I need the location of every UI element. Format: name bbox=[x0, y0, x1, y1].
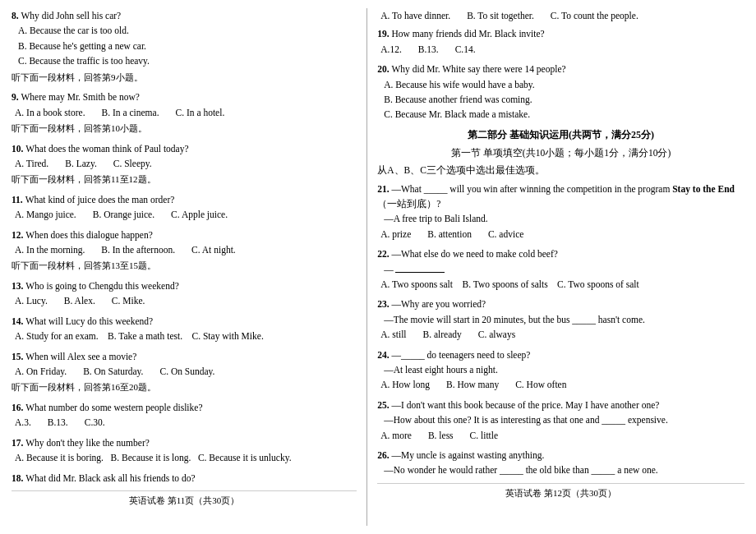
q24-text: 24. —_____ do teenagers need to sleep? bbox=[377, 348, 744, 362]
q15-text: When will Alex see a movie? bbox=[25, 352, 136, 361]
question-16: 16. What number do some western people d… bbox=[12, 400, 357, 430]
q8-options: A. Because the car is too old. B. Becaus… bbox=[18, 23, 357, 68]
q25-optC: C. little bbox=[470, 428, 499, 443]
question-9: 9. Where may Mr. Smith be now? A. In a b… bbox=[12, 90, 357, 136]
q14-optA: A. Study for an exam. bbox=[15, 331, 105, 341]
q22-optC: C. Two spoons of salt bbox=[557, 279, 639, 289]
q24-optA: A. How long bbox=[380, 377, 430, 392]
q14-text: What will Lucy do this weekend? bbox=[25, 316, 153, 326]
q16-text: What number do some western people disli… bbox=[25, 403, 202, 412]
q16-num: 16. bbox=[12, 403, 25, 412]
q9-options: A. In a book store. B. In a cinema. C. I… bbox=[15, 105, 357, 120]
q20-num: 20. bbox=[377, 64, 391, 74]
q23-sub: —The movie will start in 20 minutes, but… bbox=[384, 312, 744, 327]
question-8: 8. Why did John sell his car? A. Because… bbox=[12, 8, 357, 85]
q10-listen: 听下面一段材料，回答第11至12题。 bbox=[12, 173, 357, 187]
q16-optB: B.13. bbox=[48, 415, 68, 430]
q21-text: 21. —What _____ will you win after winni… bbox=[377, 182, 744, 212]
q21-optA: A. prize bbox=[380, 227, 411, 242]
q16-optC: C.30. bbox=[85, 415, 105, 430]
q26-text: 26. —My uncle is against wasting anythin… bbox=[377, 448, 744, 463]
q9-optB: B. In a cinema. bbox=[102, 105, 159, 120]
right-column: A. To have dinner. B. To sit together. C… bbox=[367, 8, 744, 526]
q9-optA: A. In a book store. bbox=[15, 105, 85, 120]
question-26: 26. —My uncle is against wasting anythin… bbox=[377, 448, 744, 478]
question-18: 18. What did Mr. Black ask all his frien… bbox=[12, 471, 357, 486]
q16-optA: A.3. bbox=[15, 415, 31, 430]
q20-optA: A. Because his wife would have a baby. bbox=[384, 77, 744, 92]
q24-optB: B. How many bbox=[446, 377, 499, 392]
q18-optB: B. To sit together. bbox=[467, 8, 534, 23]
q18-optA: A. To have dinner. bbox=[380, 8, 450, 23]
question-20: 20. Why did Mr. White say there were 14 … bbox=[377, 62, 744, 122]
q11-optC: C. Apple juice. bbox=[171, 207, 228, 222]
q15-optA: A. On Friday. bbox=[15, 364, 67, 379]
q22-optA: A. Two spoons salt bbox=[380, 279, 459, 289]
q12-optC: C. At night. bbox=[191, 242, 236, 257]
q10-text: What does the woman think of Paul today? bbox=[25, 144, 188, 154]
q18-text: What did Mr. Black ask all his friends t… bbox=[25, 473, 195, 483]
q13-optB: B. Alex. bbox=[64, 293, 95, 308]
q9-text: Where may Mr. Smith be now? bbox=[21, 92, 140, 102]
q13-optA: A. Lucy. bbox=[15, 293, 48, 308]
question-19: 19. How many friends did Mr. Black invit… bbox=[377, 26, 744, 57]
q18-options-continued: A. To have dinner. B. To sit together. C… bbox=[377, 8, 744, 23]
q9-listen: 听下面一段材料，回答第10小题。 bbox=[12, 122, 357, 136]
q26-sub: —No wonder he would rather _____ the old… bbox=[384, 463, 744, 477]
q8-optB: B. Because he's getting a new car. bbox=[18, 39, 357, 53]
q10-optC: C. Sleepy. bbox=[113, 156, 152, 171]
q24-optC: C. How often bbox=[515, 377, 566, 392]
q18-num: 18. bbox=[12, 473, 25, 483]
q17-optA: A. Because it is boring. bbox=[15, 453, 108, 463]
q21-optC: C. advice bbox=[488, 227, 523, 242]
q14-optB: B. Take a math test. bbox=[108, 331, 190, 341]
q9-optC: C. In a hotel. bbox=[176, 105, 225, 120]
q10-num: 10. bbox=[12, 144, 25, 154]
q12-text: When does this dialogue happen? bbox=[25, 230, 153, 240]
q12-listen: 听下面一段材料，回答第13至15题。 bbox=[12, 259, 357, 274]
q15-optB: B. On Saturday. bbox=[83, 364, 143, 379]
q23-optB: B. already bbox=[423, 327, 462, 342]
q11-optA: A. Mango juice. bbox=[15, 207, 76, 222]
q15-options: A. On Friday. B. On Saturday. C. On Sund… bbox=[15, 364, 357, 379]
q18-optC: C. To count the people. bbox=[551, 8, 638, 23]
q17-text: Why don't they like the number? bbox=[25, 438, 150, 448]
q17-num: 17. bbox=[12, 438, 25, 448]
q12-num: 12. bbox=[12, 230, 25, 240]
q11-optB: B. Orange juice. bbox=[93, 207, 154, 222]
left-footer: 英语试卷 第11页（共30页） bbox=[12, 490, 357, 509]
section1-sub: 第一节 单项填空(共10小题；每小题1分，满分10分) bbox=[377, 145, 744, 160]
question-13: 13. Who is going to Chengdu this weekend… bbox=[12, 279, 357, 309]
q19-optC: C.14. bbox=[455, 42, 476, 57]
q8-num: 8. bbox=[12, 11, 21, 21]
q22-text: 22. —What else do we need to make cold b… bbox=[377, 246, 744, 261]
q15-optC: C. On Sunday. bbox=[160, 364, 215, 379]
q17-optB: B. Because it is long. bbox=[111, 453, 196, 463]
question-10: 10. What does the woman think of Paul to… bbox=[12, 141, 357, 187]
q25-options: A. more B. less C. little bbox=[380, 428, 744, 443]
q9-num: 9. bbox=[12, 92, 21, 102]
q22-optB: B. Two spoons of salts bbox=[463, 279, 555, 289]
q8-optC: C. Because the traffic is too heavy. bbox=[18, 53, 357, 68]
q15-listen: 听下面一段材料，回答第16至20题。 bbox=[12, 380, 357, 395]
q11-num: 11. bbox=[12, 195, 25, 205]
q13-num: 13. bbox=[12, 281, 25, 291]
q19-text: How many friends did Mr. Black invite? bbox=[391, 29, 544, 39]
q19-optA: A.12. bbox=[380, 42, 402, 57]
question-25: 25. —I don't want this book because of t… bbox=[377, 398, 744, 443]
q19-options: A.12. B.13. C.14. bbox=[380, 42, 744, 57]
q21-sub: —A free trip to Bali Island. bbox=[384, 211, 744, 226]
q13-text: Who is going to Chengdu this weekend? bbox=[25, 281, 179, 291]
question-15: 15. When will Alex see a movie? A. On Fr… bbox=[12, 349, 357, 395]
question-11: 11. What kind of juice does the man orde… bbox=[12, 192, 357, 223]
q10-optA: A. Tired. bbox=[15, 156, 48, 171]
q20-text: Why did Mr. White say there were 14 peop… bbox=[391, 64, 565, 74]
q11-text: What kind of juice does the man order? bbox=[25, 195, 175, 205]
q8-optA: A. Because the car is too old. bbox=[18, 23, 357, 38]
q23-options: A. still B. already C. always bbox=[380, 327, 744, 342]
q23-optC: C. always bbox=[478, 327, 515, 342]
q25-optB: B. less bbox=[428, 428, 454, 443]
question-23: 23. —Why are you worried? —The movie wil… bbox=[377, 297, 744, 342]
q8-listen: 听下面一段材料，回答第9小题。 bbox=[12, 71, 357, 85]
q14-options: A. Study for an exam. B. Take a math tes… bbox=[15, 329, 357, 343]
